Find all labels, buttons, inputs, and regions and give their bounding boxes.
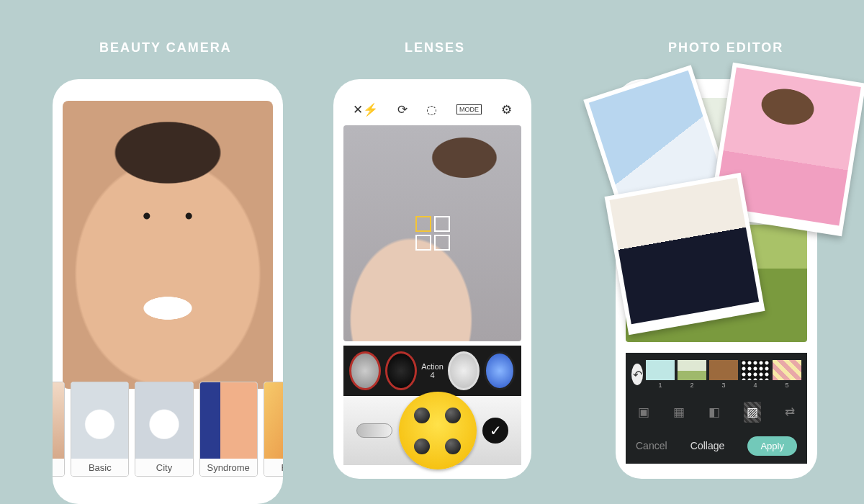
camera-preview	[63, 101, 273, 389]
exposure-slider[interactable]	[356, 423, 392, 438]
shutter-button[interactable]	[399, 392, 477, 469]
undo-button[interactable]: ↶	[631, 364, 643, 385]
editor-tool-tabs: ▣ ▦ ◧ ▨ ⇄	[626, 396, 807, 428]
lens-option[interactable]	[349, 351, 381, 390]
confirm-button[interactable]: ✓	[482, 418, 508, 444]
background-row: ↶ 12345	[626, 353, 807, 396]
filter-syndrome[interactable]: Syndrome	[199, 382, 258, 477]
filter-basic[interactable]: Basic	[71, 382, 129, 477]
swatch-number: 4	[753, 382, 757, 389]
camera-controls: ✓	[343, 396, 521, 465]
lens-carousel[interactable]: Action 4	[343, 346, 521, 396]
phone-lenses: ✕⚡ ⟳ ◌ MODE ⚙ Action 4 ✓	[333, 79, 531, 479]
title-beauty: BEAUTY CAMERA	[99, 40, 232, 55]
filter-label: Beauty	[53, 459, 64, 476]
filter-beauty[interactable]: Beauty	[53, 382, 65, 477]
lens-option[interactable]	[484, 351, 516, 390]
filter-strip: BeautyBasicCitySyndromeFilm2	[53, 382, 283, 475]
background-swatch[interactable]: 1	[646, 360, 675, 389]
mode-button[interactable]: MODE	[456, 104, 482, 114]
selected-lens-label: Action 4	[421, 362, 444, 379]
tool-layout-icon[interactable]: ▦	[673, 405, 685, 420]
filter-label: Basic	[71, 459, 128, 476]
tool-image-icon[interactable]: ▣	[638, 405, 649, 420]
background-swatch[interactable]: 3	[709, 360, 738, 389]
switch-camera-icon[interactable]: ⟳	[397, 102, 408, 117]
background-swatch[interactable]: 2	[678, 360, 706, 389]
lens-option[interactable]	[385, 351, 417, 390]
tool-pattern-icon[interactable]: ▨	[744, 402, 761, 423]
swatch-number: 5	[785, 382, 788, 389]
background-swatch[interactable]: 5	[773, 360, 801, 389]
flash-icon[interactable]: ✕⚡	[353, 102, 378, 117]
gear-icon[interactable]: ⚙	[501, 102, 512, 117]
cancel-button[interactable]: Cancel	[636, 440, 667, 451]
swatch-number: 3	[721, 382, 725, 389]
apply-button[interactable]: Apply	[747, 436, 797, 456]
swatch-number: 1	[658, 382, 662, 389]
filter-film2[interactable]: Film2	[264, 382, 283, 477]
filter-city[interactable]: City	[135, 382, 193, 477]
tool-tune-icon[interactable]: ⇄	[785, 405, 795, 420]
swatch-number: 2	[690, 382, 693, 389]
tool-card-icon[interactable]: ◧	[708, 405, 720, 420]
polaroid-photo	[605, 173, 765, 335]
filter-label: City	[135, 459, 192, 476]
grid-overlay-icon	[415, 216, 450, 251]
viewfinder	[343, 125, 521, 341]
phone-beauty-camera: BeautyBasicCitySyndromeFilm2	[53, 79, 283, 504]
drop-icon[interactable]: ◌	[426, 102, 437, 117]
filter-label: Film2	[264, 459, 283, 476]
background-swatch[interactable]: 4	[741, 360, 770, 389]
lens-option[interactable]	[448, 351, 480, 390]
editor-mode-label: Collage	[690, 440, 724, 451]
title-lenses: LENSES	[405, 40, 465, 55]
camera-toolbar: ✕⚡ ⟳ ◌ MODE ⚙	[343, 98, 521, 121]
title-editor: PHOTO EDITOR	[668, 40, 783, 55]
editor-footer: Cancel Collage Apply	[626, 428, 807, 464]
filter-label: Syndrome	[200, 459, 257, 476]
